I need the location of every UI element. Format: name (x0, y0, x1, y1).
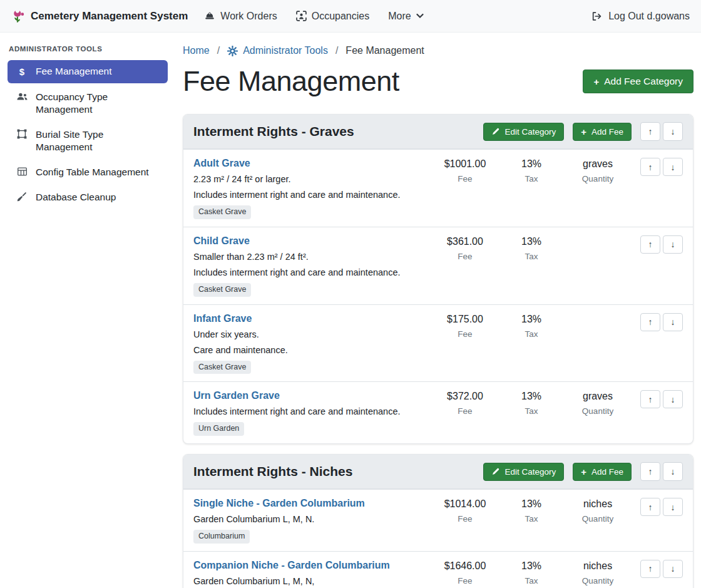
edit-category-button[interactable]: Edit Category (483, 123, 564, 141)
fee-type-badge: Casket Grave (193, 205, 251, 219)
arrow-up-icon: ↑ (648, 317, 653, 326)
fee-move-down-button[interactable]: ↓ (663, 390, 683, 408)
category-move-down-button[interactable]: ↓ (663, 462, 683, 481)
chevron-down-icon (416, 13, 424, 19)
fee-quantity-column (563, 235, 633, 235)
category-header: Interment Rights - Graves Edit Category … (183, 115, 693, 149)
fee-move-up-button[interactable]: ↑ (640, 498, 660, 516)
fee-quantity-unit: graves (563, 390, 633, 403)
fee-tax: 13% (500, 390, 563, 403)
fee-description: Care and maintenance. (193, 344, 430, 356)
arrow-down-icon: ↓ (671, 395, 675, 404)
fee-move-up-button[interactable]: ↑ (640, 235, 660, 254)
fee-tax: 13% (500, 158, 563, 170)
edit-category-button[interactable]: Edit Category (483, 463, 564, 481)
arrow-up-icon: ↑ (648, 467, 653, 476)
fee-quantity-column: niches Quantity (563, 497, 633, 524)
fee-name-link[interactable]: Adult Grave (193, 157, 250, 170)
fee-name-link[interactable]: Single Niche - Garden Columbarium (193, 497, 365, 510)
main-content: Home / Administrator Tools (175, 33, 701, 588)
top-navbar: Cemetery Management System Work Orders (0, 0, 701, 33)
nav-more-label: More (388, 11, 411, 22)
fee-name-link[interactable]: Infant Grave (193, 312, 252, 325)
arrow-up-icon: ↑ (648, 395, 653, 404)
quantity-label: Quantity (563, 576, 633, 585)
add-fee-category-button[interactable]: + Add Fee Category (583, 70, 693, 93)
fee-name-link[interactable]: Urn Garden Grave (193, 389, 280, 402)
pencil-icon (491, 128, 499, 136)
fee-move-down-button[interactable]: ↓ (663, 313, 683, 331)
breadcrumb: Home / Administrator Tools (183, 45, 693, 56)
fee-tax-column: 13% Tax (500, 559, 563, 585)
vector-square-icon (15, 129, 29, 139)
nav-work-orders-label: Work Orders (220, 11, 277, 22)
fee-quantity-unit: graves (563, 158, 633, 170)
sidebar-item-fee-management[interactable]: $ Fee Management (8, 60, 168, 83)
fee-row: Child Grave Smaller than 2.23 m² / 24 ft… (183, 227, 693, 304)
category-move-up-button[interactable]: ↑ (640, 122, 660, 141)
fee-tax: 13% (500, 313, 563, 326)
fee-move-up-button[interactable]: ↑ (640, 390, 660, 408)
plus-icon: + (593, 77, 599, 86)
quantity-label: Quantity (563, 514, 633, 524)
sidebar-item-burial-site-type-management[interactable]: Burial Site Type Management (8, 123, 168, 158)
add-fee-button[interactable]: + Add Fee (573, 123, 632, 141)
fee-label: Fee (430, 406, 500, 416)
sidebar-heading: ADMINISTRATOR TOOLS (0, 36, 175, 60)
category-move-down-button[interactable]: ↓ (663, 122, 683, 141)
fee-amount: $1014.00 (430, 498, 500, 510)
fee-row: Infant Grave Under six years. Care and m… (183, 304, 693, 382)
fee-label: Fee (430, 514, 500, 524)
fee-quantity-column: graves Quantity (563, 157, 633, 183)
arrow-up-icon: ↑ (648, 564, 653, 573)
broom-icon (15, 192, 29, 202)
fee-description: Includes interment right and care and ma… (193, 266, 430, 279)
add-fee-button[interactable]: + Add Fee (573, 463, 632, 481)
fee-tax: 13% (500, 498, 563, 510)
breadcrumb-admin-tools-link[interactable]: Administrator Tools (227, 45, 328, 56)
nav-work-orders[interactable]: Work Orders (204, 11, 277, 22)
sidebar-item-occupancy-type-management[interactable]: Occupancy Type Management (8, 86, 168, 121)
fee-move-up-button[interactable]: ↑ (640, 158, 660, 176)
sidebar-item-database-cleanup[interactable]: Database Cleanup (8, 186, 168, 209)
breadcrumb-home-link[interactable]: Home (183, 45, 210, 56)
tax-label: Tax (500, 174, 563, 183)
fee-move-down-button[interactable]: ↓ (663, 498, 683, 516)
category-title: Interment Rights - Graves (193, 124, 474, 139)
fee-tax-column: 13% Tax (500, 389, 563, 416)
logout-label: Log Out d.gowans (608, 11, 690, 22)
fee-quantity-column: niches Quantity (563, 559, 633, 585)
fee-quantity-column (563, 312, 633, 313)
fee-move-down-button[interactable]: ↓ (663, 235, 683, 254)
fee-row: Single Niche - Garden Columbarium Garden… (183, 489, 693, 551)
fee-name-link[interactable]: Companion Niche - Garden Columbarium (193, 559, 390, 572)
fee-amount-column: $372.00 Fee (430, 389, 500, 416)
category-move-up-button[interactable]: ↑ (640, 462, 660, 481)
fee-move-up-button[interactable]: ↑ (640, 313, 660, 331)
fee-name-link[interactable]: Child Grave (193, 235, 250, 247)
fee-move-down-button[interactable]: ↓ (663, 158, 683, 176)
sidebar-item-label: Burial Site Type Management (36, 128, 160, 153)
nav-more[interactable]: More (388, 11, 423, 22)
fee-move-up-button[interactable]: ↑ (640, 560, 660, 578)
fee-amount: $1001.00 (430, 158, 500, 170)
fee-tax: 13% (500, 235, 563, 248)
fee-amount-column: $1001.00 Fee (430, 157, 500, 183)
fee-description: Smaller than 2.23 m² / 24 ft². (193, 250, 430, 263)
app-brand[interactable]: Cemetery Management System (11, 9, 188, 23)
breadcrumb-separator: / (335, 45, 338, 56)
nav-occupancies[interactable]: Occupancies (296, 11, 370, 22)
fee-quantity-column: graves Quantity (563, 389, 633, 416)
table-icon (15, 167, 29, 177)
fee-amount: $175.00 (430, 313, 500, 326)
tax-label: Tax (500, 329, 563, 339)
fee-description: Under six years. (193, 328, 430, 341)
fee-amount: $372.00 (430, 390, 500, 403)
logout-link[interactable]: Log Out d.gowans (591, 11, 690, 22)
sidebar-item-config-table-management[interactable]: Config Table Management (8, 161, 168, 183)
tax-label: Tax (500, 406, 563, 416)
fee-move-down-button[interactable]: ↓ (663, 560, 683, 578)
fee-tax-column: 13% Tax (500, 497, 563, 524)
category-card-graves: Interment Rights - Graves Edit Category … (183, 114, 693, 444)
fee-amount-column: $1646.00 Fee (430, 559, 500, 585)
